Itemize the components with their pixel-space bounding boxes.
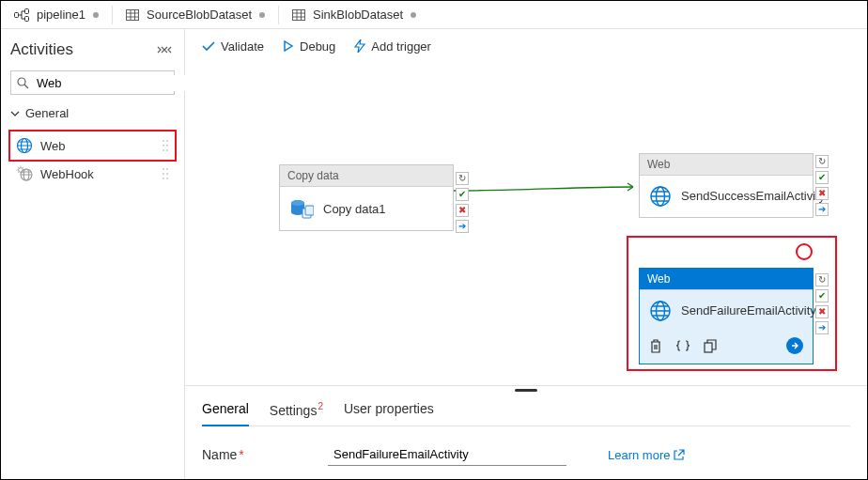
badge-success-icon[interactable]: ✔ xyxy=(815,289,829,302)
tab-source-dataset[interactable]: SourceBlobDataset xyxy=(113,1,278,29)
props-tab-user-properties[interactable]: User properties xyxy=(344,394,434,426)
search-input[interactable] xyxy=(35,75,196,91)
dirty-dot-icon xyxy=(93,12,99,18)
globe-icon xyxy=(649,185,672,208)
svg-point-21 xyxy=(163,178,164,179)
badge-failure-icon[interactable]: ✖ xyxy=(815,305,829,318)
properties-panel: General Settings2 User properties Name* … xyxy=(185,385,867,479)
learn-more-link[interactable]: Learn more xyxy=(608,448,685,462)
lightning-icon xyxy=(354,39,365,53)
open-icon[interactable] xyxy=(786,337,803,354)
activity-label: WebHook xyxy=(40,167,94,181)
activities-search[interactable] xyxy=(10,70,175,95)
svg-rect-31 xyxy=(705,343,712,352)
svg-point-5 xyxy=(18,78,25,85)
globe-icon xyxy=(649,300,672,322)
drag-grip-icon xyxy=(162,139,169,152)
badge-iteration-icon[interactable]: ↻ xyxy=(815,155,829,168)
editor-tab-strip: pipeline1 SourceBlobDataset SinkBlobData… xyxy=(1,1,867,29)
learn-more-label: Learn more xyxy=(608,448,670,462)
clone-icon[interactable] xyxy=(704,339,717,353)
tab-label: SourceBlobDataset xyxy=(147,8,252,22)
pipeline-toolbar: Validate Debug Add trigger xyxy=(185,29,867,63)
node-send-failure[interactable]: Web SendFailureEmailActivity xyxy=(639,268,814,364)
add-trigger-label: Add trigger xyxy=(371,39,431,54)
svg-point-8 xyxy=(163,140,164,142)
validate-label: Validate xyxy=(221,39,264,54)
annotation-circle xyxy=(796,243,813,260)
settings-badge: 2 xyxy=(318,401,323,411)
play-icon xyxy=(283,40,294,52)
node-title: SendSuccessEmailActivity xyxy=(681,189,825,204)
badge-completion-icon[interactable]: ➔ xyxy=(456,220,469,233)
tab-label: SinkBlobDataset xyxy=(313,8,403,22)
tab-sink-dataset[interactable]: SinkBlobDataset xyxy=(279,1,429,29)
name-input[interactable] xyxy=(328,443,566,466)
svg-point-10 xyxy=(163,145,164,147)
props-tab-label: User properties xyxy=(344,401,434,416)
svg-point-16 xyxy=(19,168,23,173)
props-tab-general[interactable]: General xyxy=(202,394,249,426)
activity-webhook[interactable]: WebHook xyxy=(10,160,175,188)
add-trigger-button[interactable]: Add trigger xyxy=(354,39,431,54)
node-title: Copy data1 xyxy=(323,202,386,216)
tab-label: pipeline1 xyxy=(37,8,85,22)
svg-rect-3 xyxy=(127,9,139,20)
svg-rect-2 xyxy=(25,16,29,21)
delete-icon[interactable] xyxy=(649,339,662,353)
badge-completion-icon[interactable]: ➔ xyxy=(815,203,829,216)
group-general[interactable]: General xyxy=(10,102,175,124)
badge-success-icon[interactable]: ✔ xyxy=(456,188,469,201)
group-label: General xyxy=(25,106,69,120)
panel-resize-handle[interactable] xyxy=(202,386,850,394)
debug-label: Debug xyxy=(300,39,335,54)
badge-failure-icon[interactable]: ✖ xyxy=(815,187,829,200)
badge-failure-icon[interactable]: ✖ xyxy=(456,204,469,217)
svg-point-18 xyxy=(166,168,168,170)
svg-point-24 xyxy=(291,200,304,206)
svg-point-12 xyxy=(163,149,164,151)
check-icon xyxy=(202,40,215,52)
props-tab-settings[interactable]: Settings2 xyxy=(270,394,323,426)
tab-pipeline1[interactable]: pipeline1 xyxy=(1,1,112,29)
node-header: Copy data xyxy=(280,165,453,187)
node-copy-data[interactable]: Copy data Copy data1 xyxy=(279,164,454,231)
svg-rect-4 xyxy=(293,9,305,20)
edge-success xyxy=(453,179,641,202)
badge-success-icon[interactable]: ✔ xyxy=(815,171,829,184)
svg-point-13 xyxy=(166,149,168,151)
activity-web[interactable]: Web xyxy=(10,132,175,160)
gear-globe-icon xyxy=(16,165,33,182)
external-link-icon xyxy=(674,449,685,460)
activities-panel: Activities General xyxy=(1,29,185,479)
node-header: Web xyxy=(640,269,813,290)
dirty-dot-icon xyxy=(259,12,265,18)
copy-data-icon xyxy=(289,196,314,221)
badge-iteration-icon[interactable]: ↻ xyxy=(456,172,469,185)
globe-icon xyxy=(16,137,33,154)
node-title: SendFailureEmailActivity xyxy=(681,303,816,318)
activity-label: Web xyxy=(40,139,66,153)
debug-button[interactable]: Debug xyxy=(283,39,335,54)
code-icon[interactable] xyxy=(675,339,690,352)
svg-point-20 xyxy=(166,173,168,175)
svg-rect-26 xyxy=(305,206,314,215)
svg-point-9 xyxy=(166,140,168,142)
validate-button[interactable]: Validate xyxy=(202,39,264,54)
name-label: Name* xyxy=(202,447,305,462)
node-send-success[interactable]: Web SendSuccessEmailActivity xyxy=(639,153,814,218)
props-tab-label: Settings xyxy=(270,403,318,418)
pipeline-canvas[interactable]: Copy data Copy data1 ↻ ✔ ✖ ➔ xyxy=(185,63,867,385)
badge-iteration-icon[interactable]: ↻ xyxy=(815,273,829,286)
svg-point-19 xyxy=(163,173,164,175)
badge-completion-icon[interactable]: ➔ xyxy=(815,321,829,334)
dataset-icon xyxy=(292,9,305,21)
pipeline-icon xyxy=(14,8,29,22)
dataset-icon xyxy=(126,9,139,21)
panel-collapse-icon[interactable] xyxy=(154,44,175,55)
search-icon xyxy=(17,77,29,89)
node-header: Web xyxy=(640,154,813,176)
svg-point-17 xyxy=(163,168,164,170)
svg-rect-0 xyxy=(15,12,19,17)
chevron-down-icon xyxy=(10,109,20,118)
